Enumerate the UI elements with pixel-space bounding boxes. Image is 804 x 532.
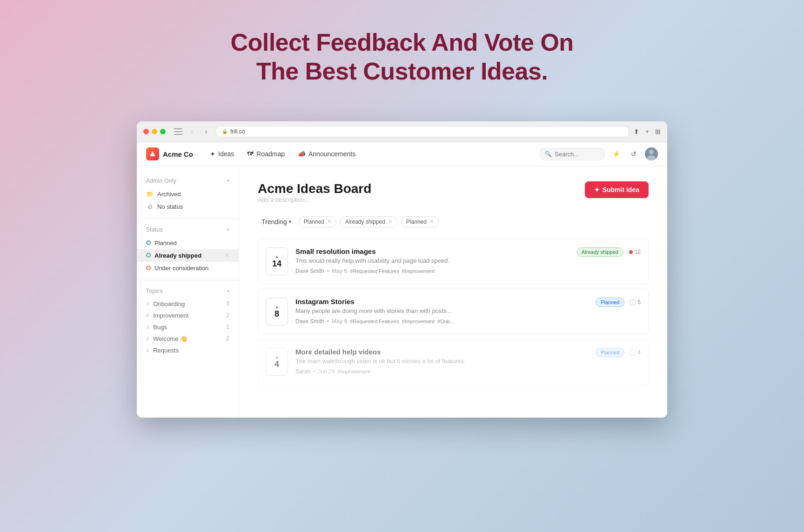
new-tab-icon[interactable]: ＋ — [644, 127, 650, 136]
sidebar-item-already-shipped[interactable]: Already shipped ✕ — [137, 249, 239, 262]
topic-requests-label: Requests — [153, 347, 179, 354]
search-input[interactable] — [555, 151, 600, 158]
nav-item-ideas[interactable]: ✦ Ideas — [204, 147, 240, 160]
idea-tag-0-1[interactable]: #Improvement — [402, 268, 435, 274]
idea-tag-1-1[interactable]: #Improvement — [402, 319, 435, 324]
topic-requests[interactable]: # Requests — [137, 345, 239, 356]
refresh-button[interactable]: ↺ — [627, 147, 640, 160]
user-avatar[interactable] — [645, 147, 658, 160]
nav-roadmap-label: Roadmap — [256, 150, 285, 158]
comment-box-1 — [630, 299, 636, 305]
sort-dropdown[interactable]: Trending ▾ — [258, 216, 295, 227]
lightning-button[interactable]: ⚡ — [610, 147, 623, 160]
idea-tag-1-2[interactable]: #Onb... — [437, 319, 454, 324]
submit-idea-button[interactable]: ✦ Submit idea — [585, 181, 649, 198]
consideration-label: Under consideration — [154, 265, 208, 272]
sort-label: Trending — [261, 218, 287, 226]
topic-onboarding[interactable]: # Onboarding 3 — [137, 298, 239, 310]
idea-body-1: Instagram Stories Many people are doing … — [295, 298, 588, 325]
vote-up-icon-1: ▲ — [275, 304, 279, 309]
browser-window: ‹ › 🔒 frill.co ⬆ ＋ ⊞ Acme Co ✦ Ideas — [137, 121, 667, 418]
tab-grid-icon[interactable]: ⊞ — [655, 128, 661, 135]
filter-planned-label: Planned — [304, 219, 324, 225]
minimize-button[interactable] — [152, 129, 157, 134]
topics-chevron-icon[interactable]: ▾ — [227, 288, 229, 293]
comment-dot-0 — [629, 250, 633, 254]
app-logo[interactable]: Acme Co — [146, 147, 193, 160]
board-description[interactable]: Add a description... — [258, 196, 371, 203]
close-button[interactable] — [143, 129, 149, 134]
idea-desc-2: The main walkthrough video is ok but it … — [295, 358, 588, 365]
vote-count-2: 4 — [275, 359, 279, 369]
announcements-icon: 📣 — [298, 150, 306, 158]
search-bar[interactable]: 🔍 — [540, 148, 605, 160]
no-status-icon: ⊘ — [146, 203, 154, 210]
topic-improvement[interactable]: # Improvement 2 — [137, 310, 239, 321]
vote-up-icon-0: ▲ — [275, 254, 279, 259]
forward-button[interactable]: › — [201, 127, 211, 136]
idea-tag-0-0[interactable]: #Requested Features — [350, 268, 399, 274]
sidebar-item-planned[interactable]: Planned — [137, 237, 239, 249]
idea-meta-0: Dave Smith • May 6 #Requested Features #… — [295, 268, 569, 274]
nav-ideas-label: Ideas — [218, 150, 234, 158]
idea-meta-1: Dave Smith • May 6 #Requested Features #… — [295, 318, 588, 325]
address-bar[interactable]: 🔒 frill.co — [216, 126, 629, 137]
vote-box-2[interactable]: ▲ 4 — [266, 348, 288, 376]
hero-title-line2: The Best Customer Ideas. — [256, 58, 548, 85]
filter-bar: Trending ▾ Planned ✕ Already shipped ✕ P… — [258, 216, 649, 227]
filter-tag-planned-2[interactable]: Planned ✕ — [401, 216, 439, 227]
vote-box-1[interactable]: ▲ 8 — [266, 298, 288, 326]
sidebar-toggle-icon[interactable] — [174, 128, 182, 135]
consideration-dot — [146, 266, 151, 270]
status-section-title: Status — [146, 226, 163, 233]
status-chevron-icon[interactable]: ▾ — [227, 227, 229, 232]
back-button[interactable]: ‹ — [187, 127, 197, 136]
comment-count-1: 5 — [630, 299, 641, 306]
share-icon[interactable]: ⬆ — [634, 128, 639, 135]
idea-date-separator-2: • — [313, 368, 315, 375]
idea-author-1: Dave Smith — [295, 318, 324, 325]
sort-chevron-icon: ▾ — [289, 219, 291, 224]
filter-tag-planned-1[interactable]: Planned ✕ — [299, 216, 336, 227]
sidebar-item-under-consideration[interactable]: Under consideration — [137, 262, 239, 274]
idea-date-separator-0: • — [327, 268, 329, 274]
remove-shipped-filter-icon[interactable]: ✕ — [225, 252, 229, 259]
filter-tag-shipped[interactable]: Already shipped ✕ — [340, 216, 397, 227]
topic-bugs[interactable]: # Bugs 1 — [137, 321, 239, 333]
browser-chrome: ‹ › 🔒 frill.co ⬆ ＋ ⊞ — [137, 121, 667, 142]
archived-icon: 📁 — [146, 191, 154, 198]
idea-card-1[interactable]: ▲ 8 Instagram Stories Many people are do… — [258, 289, 649, 334]
idea-card-0[interactable]: ▲ 14 Small resolution images This would … — [258, 239, 649, 284]
idea-tag-2-0[interactable]: #Improvement — [337, 369, 370, 374]
admin-section-title: Admin Only — [146, 178, 176, 184]
sidebar-item-archived[interactable]: 📁 Archived — [137, 188, 239, 200]
planned-dot — [146, 240, 151, 245]
topic-welcome[interactable]: # Welcome 👋 2 — [137, 333, 239, 345]
maximize-button[interactable] — [160, 129, 166, 134]
idea-card-2[interactable]: ▲ 4 More detailed help videos The main w… — [258, 339, 649, 385]
admin-section-header: Admin Only ▾ — [137, 176, 239, 186]
ideas-icon: ✦ — [210, 150, 215, 158]
traffic-lights — [143, 129, 166, 134]
nav-item-announcements[interactable]: 📣 Announcements — [292, 147, 361, 160]
hash-icon: # — [146, 324, 149, 331]
vote-box-0[interactable]: ▲ 14 — [266, 247, 288, 275]
idea-body-0: Small resolution images This would reall… — [295, 247, 569, 274]
sidebar-item-no-status[interactable]: ⊘ No status — [137, 200, 239, 213]
planned-label: Planned — [154, 239, 177, 246]
status-badge-2: Planned — [596, 348, 624, 357]
board-title-area: Acme Ideas Board Add a description... — [258, 181, 371, 213]
remove-filter-2-icon[interactable]: ✕ — [388, 219, 392, 225]
remove-filter-1-icon[interactable]: ✕ — [327, 219, 331, 225]
shipped-dot — [146, 253, 151, 258]
sidebar: Admin Only ▾ 📁 Archived ⊘ No status Stat… — [137, 166, 239, 418]
remove-filter-3-icon[interactable]: ✕ — [429, 219, 434, 225]
admin-chevron-icon[interactable]: ▾ — [227, 178, 229, 183]
topics-section-title: Topics — [146, 288, 163, 294]
nav-item-roadmap[interactable]: 🗺 Roadmap — [241, 147, 290, 160]
idea-tag-1-0[interactable]: #Requested Features — [350, 319, 399, 324]
topics-section-header: Topics ▾ — [137, 286, 239, 296]
topic-welcome-count: 2 — [226, 335, 229, 342]
vote-count-0: 14 — [272, 259, 281, 269]
vote-count-1: 8 — [275, 309, 279, 319]
